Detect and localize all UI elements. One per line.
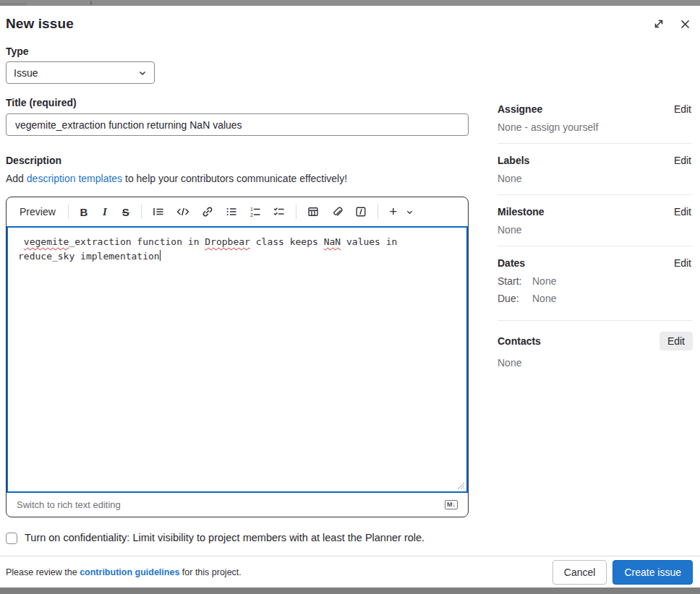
strikethrough-icon: S xyxy=(122,206,129,218)
chevron-down-icon xyxy=(138,69,147,77)
due-date-label: Due: xyxy=(498,293,532,304)
markdown-supported-icon[interactable]: M↓ xyxy=(445,500,458,509)
misspelled-word: vegemite xyxy=(24,236,69,247)
confidentiality-checkbox[interactable] xyxy=(6,533,17,544)
link-button[interactable] xyxy=(200,203,215,220)
toolbar-divider xyxy=(296,205,296,219)
type-select[interactable]: Issue xyxy=(6,61,155,84)
new-issue-modal: New issue Type xyxy=(0,6,700,587)
helper-prefix: Add xyxy=(6,173,27,184)
title-input[interactable] xyxy=(6,113,469,136)
description-helper-text: Add description templates to help your c… xyxy=(6,173,469,184)
title-label: Title (required) xyxy=(6,97,469,108)
italic-icon: I xyxy=(103,206,107,218)
assignee-value[interactable]: None - assign yourself xyxy=(498,121,691,133)
link-icon xyxy=(202,206,213,218)
type-label: Type xyxy=(6,46,469,57)
italic-button[interactable]: I xyxy=(99,203,111,220)
toolbar-dropdown-button[interactable] xyxy=(404,203,416,220)
dates-edit-button[interactable]: Edit xyxy=(674,257,691,269)
milestone-edit-button[interactable]: Edit xyxy=(674,206,691,218)
bullet-list-button[interactable] xyxy=(224,203,239,220)
milestone-value: None xyxy=(498,224,691,236)
modal-footer: Please review the contribution guideline… xyxy=(0,556,700,587)
assignee-edit-button[interactable]: Edit xyxy=(674,103,691,115)
numbered-list-icon: 1 2 xyxy=(249,206,261,218)
sidebar-section-labels: Labels Edit None xyxy=(498,143,691,194)
close-modal-button[interactable] xyxy=(677,16,693,32)
text-caret xyxy=(160,250,161,261)
confidentiality-row: Turn on confidentiality: Limit visibilit… xyxy=(6,532,469,544)
chevron-down-icon xyxy=(406,208,414,216)
background-artifact xyxy=(90,1,92,5)
svg-text:1: 1 xyxy=(250,207,253,212)
textarea-resize-handle[interactable] xyxy=(456,481,465,490)
background-page-bottom xyxy=(0,587,700,594)
toolbar-divider xyxy=(68,205,69,219)
preview-button[interactable]: Preview xyxy=(17,203,59,220)
description-textarea[interactable]: vegemite_extraction function in Dropbear… xyxy=(7,226,468,493)
modal-title: New issue xyxy=(6,16,74,32)
editor-footer: Switch to rich text editing M↓ xyxy=(7,493,468,517)
toolbar-divider xyxy=(377,205,378,219)
bold-icon: B xyxy=(80,206,88,218)
contribution-guidelines-link[interactable]: contribution guidelines xyxy=(80,567,179,577)
paperclip-icon xyxy=(331,206,343,218)
sidebar-section-contacts: Contacts Edit None xyxy=(498,320,691,379)
type-select-value: Issue xyxy=(14,67,38,79)
collapsible-section-icon xyxy=(355,206,367,218)
description-templates-link[interactable]: description templates xyxy=(27,173,122,184)
bullet-list-icon xyxy=(226,206,237,218)
text-segment: values in xyxy=(341,236,397,247)
note-suffix: for this project. xyxy=(179,567,241,577)
plus-icon: + xyxy=(389,204,397,220)
due-date-value: None xyxy=(532,293,556,304)
code-icon xyxy=(176,206,189,218)
close-icon xyxy=(680,19,691,30)
due-date-row: Due: None xyxy=(498,293,691,304)
contribution-note: Please review the contribution guideline… xyxy=(6,567,242,577)
helper-suffix: to help your contributors communicate ef… xyxy=(122,173,347,184)
confidentiality-label[interactable]: Turn on confidentiality: Limit visibilit… xyxy=(25,532,424,543)
attach-file-button[interactable] xyxy=(330,203,344,220)
strikethrough-button[interactable]: S xyxy=(120,203,132,220)
create-issue-button[interactable]: Create issue xyxy=(612,560,693,585)
task-list-icon xyxy=(273,206,285,218)
more-options-button[interactable]: + xyxy=(388,203,399,220)
bold-button[interactable]: B xyxy=(78,203,90,220)
sidebar-section-assignee: Assignee Edit None - assign yourself xyxy=(498,103,691,143)
table-button[interactable] xyxy=(306,203,320,220)
start-date-label: Start: xyxy=(498,275,532,287)
editor-toolbar: Preview B I S xyxy=(7,197,468,226)
note-prefix: Please review the xyxy=(6,567,80,577)
toolbar-divider xyxy=(141,205,142,219)
quote-button[interactable] xyxy=(151,203,166,220)
table-icon xyxy=(307,206,319,218)
switch-rich-text-button[interactable]: Switch to rich text editing xyxy=(17,499,121,510)
dates-title: Dates xyxy=(498,257,525,269)
labels-edit-button[interactable]: Edit xyxy=(674,155,691,166)
misspelled-word: Dropbear xyxy=(205,236,250,247)
description-label: Description xyxy=(6,155,469,166)
labels-value: None xyxy=(498,173,691,184)
numbered-list-button[interactable]: 1 2 xyxy=(248,203,262,220)
issue-form: Type Issue Title (required) Description … xyxy=(6,46,469,544)
header-actions xyxy=(651,16,693,32)
footer-actions: Cancel Create issue xyxy=(552,560,694,585)
task-list-button[interactable] xyxy=(272,203,286,220)
text-segment xyxy=(18,236,24,247)
description-line: reduce_sky implementation xyxy=(18,249,456,264)
contacts-title: Contacts xyxy=(498,335,541,347)
background-page-top xyxy=(0,0,700,6)
code-button[interactable] xyxy=(175,203,191,220)
text-segment: _extraction function in xyxy=(69,236,205,247)
expand-modal-button[interactable] xyxy=(651,16,667,32)
text-segment: reduce_sky implementation xyxy=(18,251,160,262)
cancel-button[interactable]: Cancel xyxy=(552,560,607,585)
start-date-row: Start: None xyxy=(498,275,691,287)
collapsible-section-button[interactable] xyxy=(354,203,368,220)
sidebar-section-dates: Dates Edit Start: None Due: None xyxy=(498,246,691,320)
contacts-edit-button[interactable]: Edit xyxy=(660,332,693,350)
markdown-editor: Preview B I S xyxy=(6,197,469,517)
svg-text:2: 2 xyxy=(250,212,253,218)
